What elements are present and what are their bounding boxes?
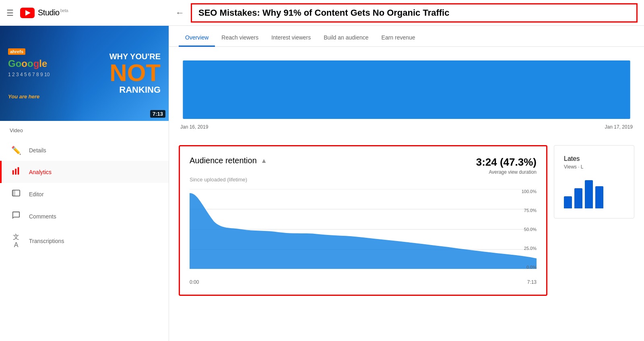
- video-duration-badge: 7:13: [150, 110, 165, 118]
- latest-card-title: Lates: [564, 155, 624, 162]
- card-subtitle: Since uploaded (lifetime): [190, 177, 537, 183]
- tab-overview[interactable]: Overview: [179, 34, 215, 47]
- analytics-icon: [11, 166, 21, 177]
- sidebar-item-comments[interactable]: Comments: [0, 205, 169, 227]
- video-section-label: Video: [0, 121, 169, 137]
- studio-wordmark: Studiobeta: [38, 8, 68, 17]
- sidebar: ahrefs Gooogle 1 2 3 4 5 6 7 8 9 10 You …: [0, 26, 169, 341]
- y-label-100: 100.0%: [522, 189, 537, 194]
- tab-revenue[interactable]: Earn revenue: [375, 34, 422, 47]
- mini-bar-chart: [564, 176, 624, 208]
- card-header: Audience retention ▲ 3:24 (47.3%) Averag…: [190, 156, 537, 175]
- tab-audience[interactable]: Build an audience: [317, 34, 375, 47]
- back-button[interactable]: ←: [175, 8, 184, 18]
- tab-reach[interactable]: Reach viewers: [215, 34, 265, 47]
- header: ☰ Studiobeta ← SEO Mistakes: Why 91% of …: [0, 0, 644, 26]
- card-title-area: Audience retention ▲: [190, 156, 267, 165]
- you-are-here-text: You are here: [8, 94, 109, 100]
- thumbnail-background: ahrefs Gooogle 1 2 3 4 5 6 7 8 9 10 You …: [0, 26, 169, 121]
- editor-icon: [11, 189, 21, 200]
- ahrefs-badge: ahrefs: [8, 48, 25, 55]
- x-label-start: 0:00: [190, 279, 199, 285]
- logo-area: Studiobeta: [20, 8, 68, 18]
- transcriptions-icon: 文A: [11, 233, 21, 249]
- comments-icon: [11, 211, 21, 222]
- video-thumbnail: ahrefs Gooogle 1 2 3 4 5 6 7 8 9 10 You …: [0, 26, 169, 121]
- play-triangle-icon: [25, 10, 31, 16]
- sidebar-item-analytics[interactable]: Analytics: [0, 161, 169, 183]
- header-title-area: ← SEO Mistakes: Why 91% of Content Gets …: [175, 3, 638, 23]
- overview-chart-section: Jan 16, 2019 Jan 17, 2019: [169, 47, 644, 135]
- card-metric: 3:24 (47.3%) Average view duration: [476, 156, 537, 175]
- youtube-logo-icon: [20, 8, 35, 18]
- svg-rect-4: [12, 190, 15, 196]
- beta-badge: beta: [60, 8, 68, 13]
- sidebar-label-analytics: Analytics: [29, 169, 52, 175]
- chart-date-end: Jan 17, 2019: [605, 124, 633, 130]
- chart-dates: Jan 16, 2019 Jan 17, 2019: [179, 124, 634, 130]
- sidebar-nav: ✏️ Details Analytics Editor: [0, 140, 169, 254]
- bar-chart-svg: [179, 56, 634, 121]
- latest-card: Lates Views · L: [554, 145, 634, 218]
- metric-value: 3:24 (47.3%): [476, 156, 537, 168]
- retention-chart: 0.0% 25.0% 50.0% 75.0% 100.0%: [190, 189, 537, 278]
- header-left: ☰ Studiobeta: [6, 8, 175, 18]
- video-title: SEO Mistakes: Why 91% of Content Gets No…: [198, 8, 449, 18]
- metric-label: Average view duration: [476, 169, 537, 175]
- sidebar-label-transcriptions: Transcriptions: [29, 238, 64, 244]
- video-title-box: SEO Mistakes: Why 91% of Content Gets No…: [191, 3, 638, 23]
- retention-y-labels: 0.0% 25.0% 50.0% 75.0% 100.0%: [522, 189, 537, 270]
- ranking-numbers: 1 2 3 4 5 6 7 8 9 10: [8, 72, 109, 77]
- svg-rect-1: [15, 169, 17, 175]
- svg-rect-0: [12, 170, 14, 175]
- retention-chart-svg: [190, 189, 537, 270]
- content-area: Jan 16, 2019 Jan 17, 2019 Audience reten…: [169, 47, 644, 341]
- tab-interest[interactable]: Interest viewers: [265, 34, 317, 47]
- card-title: Audience retention: [190, 156, 257, 165]
- x-label-end: 7:13: [527, 279, 537, 285]
- retention-x-labels: 0:00 7:13: [190, 279, 537, 285]
- mini-bar-4: [595, 186, 603, 208]
- mini-bar-3: [585, 180, 593, 208]
- chart-date-start: Jan 16, 2019: [180, 124, 208, 130]
- sidebar-label-editor: Editor: [29, 191, 44, 198]
- mini-bar-2: [574, 188, 582, 208]
- y-label-25: 25.0%: [522, 246, 537, 251]
- warning-triangle-icon: ▲: [261, 157, 267, 164]
- google-text: Gooogle: [8, 58, 109, 69]
- tabs-bar: Overview Reach viewers Interest viewers …: [169, 26, 644, 47]
- bar-chart-area: [179, 56, 634, 121]
- svg-rect-2: [18, 167, 19, 175]
- retention-chart-wrapper: 0.0% 25.0% 50.0% 75.0% 100.0% 0:00 7:13: [190, 189, 537, 285]
- svg-rect-5: [183, 60, 630, 119]
- sidebar-item-transcriptions[interactable]: 文A Transcriptions: [0, 227, 169, 254]
- pencil-icon: ✏️: [11, 146, 21, 155]
- thumbnail-ranking-text: WHY YOU'RE NOT RANKING: [109, 52, 161, 95]
- cards-row: Audience retention ▲ 3:24 (47.3%) Averag…: [169, 135, 644, 306]
- sidebar-label-comments: Comments: [29, 213, 56, 220]
- mini-bar-1: [564, 196, 572, 208]
- y-label-0: 0.0%: [522, 265, 537, 270]
- y-label-75: 75.0%: [522, 208, 537, 213]
- sidebar-item-editor[interactable]: Editor: [0, 183, 169, 205]
- sidebar-label-details: Details: [29, 147, 46, 154]
- thumbnail-text-area: ahrefs Gooogle 1 2 3 4 5 6 7 8 9 10 You …: [8, 48, 109, 100]
- body-area: ahrefs Gooogle 1 2 3 4 5 6 7 8 9 10 You …: [0, 26, 644, 341]
- latest-card-subtitle: Views · L: [564, 164, 624, 170]
- y-label-50: 50.0%: [522, 227, 537, 232]
- hamburger-menu-icon[interactable]: ☰: [6, 8, 14, 18]
- main-content: Overview Reach viewers Interest viewers …: [169, 26, 644, 341]
- sidebar-item-details[interactable]: ✏️ Details: [0, 140, 169, 161]
- audience-retention-card: Audience retention ▲ 3:24 (47.3%) Averag…: [179, 145, 547, 296]
